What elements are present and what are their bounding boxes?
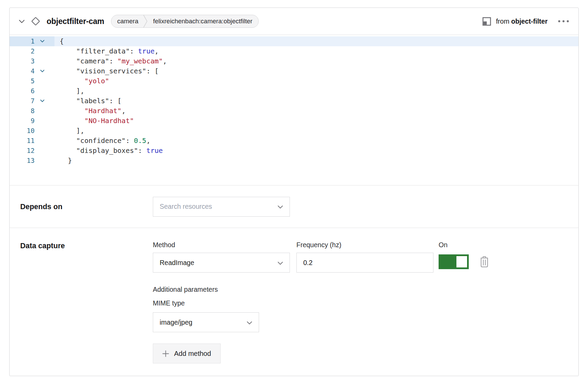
fold-chevron-icon[interactable]	[35, 99, 50, 103]
line-number: 10	[10, 126, 35, 136]
code-line[interactable]: 9 "NO-Hardhat"	[10, 116, 578, 126]
code-line[interactable]: 7 "labels": [	[10, 96, 578, 106]
method-value: ReadImage	[160, 259, 194, 267]
code-gutter: 6	[10, 86, 54, 96]
code-token: "my_webcam"	[118, 57, 163, 65]
code-line-text: {	[54, 36, 64, 46]
code-line-text: "confidence": 0.5,	[54, 136, 150, 146]
data-capture-section: Data capture Method ReadImage Frequency …	[10, 228, 578, 375]
code-token: "display_boxes"	[76, 146, 138, 155]
code-line[interactable]: 1{	[10, 36, 578, 46]
code-token: }	[60, 156, 72, 165]
code-line-text: "camera": "my_webcam",	[54, 56, 167, 66]
code-token	[60, 136, 76, 145]
code-token: true	[138, 47, 155, 55]
code-gutter: 13	[10, 156, 54, 166]
line-number: 13	[10, 156, 35, 166]
code-line[interactable]: 4 "vision_services": [	[10, 66, 578, 76]
code-token: "Hardhat"	[84, 107, 121, 115]
json-config-editor[interactable]: 1{2 "filter_data": true,3 "camera": "my_…	[10, 35, 578, 185]
badge-divider-icon	[143, 15, 147, 27]
code-token: {	[60, 37, 64, 45]
code-line-text: }	[54, 156, 72, 166]
code-line[interactable]: 11 "confidence": 0.5,	[10, 136, 578, 146]
code-token: "vision_services"	[76, 67, 146, 75]
from-word: from	[496, 17, 509, 25]
code-token	[60, 107, 84, 115]
depends-on-section: Depends on Search resources	[10, 185, 578, 228]
code-token	[60, 97, 76, 105]
resource-type-badge: camera felixreichenbach:camera:objectfil…	[111, 15, 259, 28]
add-method-button[interactable]: Add method	[153, 344, 221, 363]
code-line-text: "labels": [	[54, 96, 122, 106]
code-token: "filter_data"	[76, 47, 130, 55]
code-line[interactable]: 3 "camera": "my_webcam",	[10, 56, 578, 66]
resource-card-header: objectfilter-cam camera felixreichenbach…	[10, 8, 578, 35]
code-token: "camera"	[76, 57, 109, 65]
collapse-chevron-icon[interactable]	[19, 20, 25, 23]
toggle-knob	[456, 256, 467, 267]
line-number: 2	[10, 46, 35, 56]
line-number: 9	[10, 116, 35, 126]
code-token: ],	[60, 127, 84, 135]
resource-card: objectfilter-cam camera felixreichenbach…	[9, 8, 579, 376]
code-token: : [	[146, 67, 159, 75]
code-gutter: 8	[10, 106, 54, 116]
delete-method-button[interactable]	[480, 256, 489, 268]
mime-type-select[interactable]: image/jpeg	[153, 312, 259, 332]
data-capture-label: Data capture	[20, 241, 153, 250]
badge-model: felixreichenbach:camera:objectfilter	[147, 15, 258, 27]
code-line-text: "vision_services": [	[54, 66, 159, 76]
code-line[interactable]: 13 }	[10, 156, 578, 166]
line-number: 12	[10, 146, 35, 156]
fold-chevron-icon[interactable]	[35, 40, 50, 43]
code-token: : [	[109, 97, 122, 105]
code-token: "NO-Hardhat"	[84, 117, 134, 125]
fold-chevron-icon[interactable]	[35, 70, 50, 73]
code-gutter: 2	[10, 46, 54, 56]
data-capture-fields: Method ReadImage Frequency (hz) On	[153, 241, 569, 363]
capture-on-toggle[interactable]	[439, 254, 469, 269]
depends-on-label: Depends on	[20, 202, 153, 211]
code-gutter: 3	[10, 56, 54, 66]
code-line[interactable]: 2 "filter_data": true,	[10, 46, 578, 56]
depends-on-placeholder: Search resources	[160, 203, 212, 211]
code-token: ,	[155, 47, 159, 55]
code-token	[60, 67, 76, 75]
line-number: 6	[10, 86, 35, 96]
code-token	[60, 146, 76, 155]
code-line[interactable]: 5 "yolo"	[10, 76, 578, 86]
code-token: 0.5	[134, 136, 146, 145]
resource-title: objectfilter-cam	[47, 17, 104, 26]
mime-type-label: MIME type	[153, 299, 569, 307]
plus-icon	[162, 350, 169, 357]
header-left: objectfilter-cam camera felixreichenbach…	[19, 15, 482, 28]
ellipsis-menu-icon[interactable]	[558, 20, 569, 23]
from-module-text: from object-filter	[496, 17, 548, 25]
method-group: Method ReadImage	[153, 241, 290, 273]
code-token	[60, 57, 76, 65]
depends-on-select[interactable]: Search resources	[153, 197, 290, 217]
code-token: ,	[146, 136, 150, 145]
chevron-down-icon	[247, 319, 252, 326]
chevron-down-icon	[278, 259, 283, 267]
header-right: from object-filter	[482, 17, 569, 26]
code-token: "yolo"	[84, 77, 109, 85]
frequency-input[interactable]	[296, 253, 433, 273]
line-number: 7	[10, 96, 35, 106]
diamond-icon	[30, 16, 41, 27]
mime-type-value: image/jpeg	[160, 319, 192, 326]
code-line[interactable]: 10 ],	[10, 126, 578, 136]
code-token: "labels"	[76, 97, 109, 105]
code-gutter: 12	[10, 146, 54, 156]
line-number: 4	[10, 66, 35, 76]
code-line[interactable]: 8 "Hardhat",	[10, 106, 578, 116]
code-line[interactable]: 6 ],	[10, 86, 578, 96]
code-token	[60, 117, 84, 125]
capture-method-row: Method ReadImage Frequency (hz) On	[153, 241, 569, 273]
additional-parameters-label: Additional parameters	[153, 286, 569, 293]
line-number: 3	[10, 56, 35, 66]
code-token: :	[138, 146, 146, 155]
method-select[interactable]: ReadImage	[153, 253, 290, 273]
code-line[interactable]: 12 "display_boxes": true	[10, 146, 578, 156]
